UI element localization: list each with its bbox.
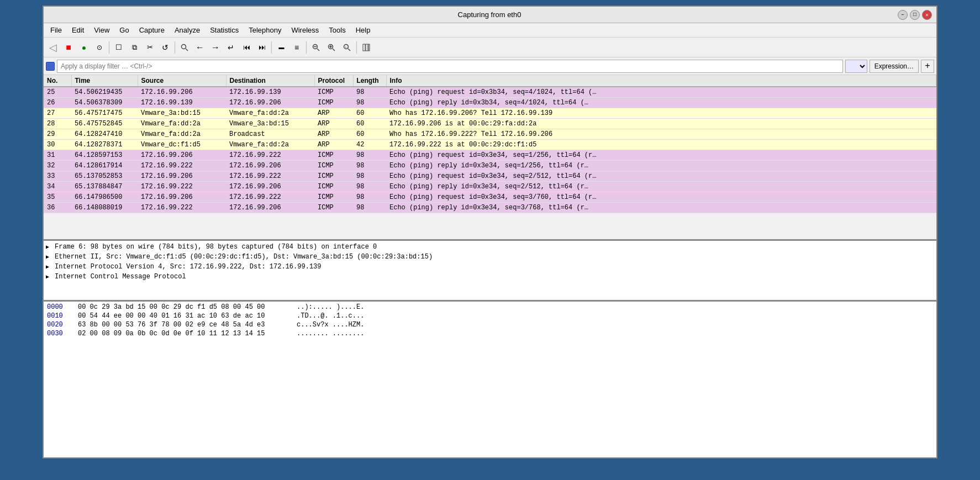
toolbar-copy-btn[interactable]: ⧉ <box>127 40 141 55</box>
close-button[interactable]: ✕ <box>922 10 932 20</box>
hex-row: 0000 00 0c 29 3a bd 15 00 0c 29 dc f1 d5… <box>44 303 936 312</box>
col-length[interactable]: Length <box>353 75 386 87</box>
hex-row: 0030 02 00 08 09 0a 0b 0c 0d 0e 0f 10 11… <box>44 329 936 338</box>
cell-proto: ICMP <box>314 192 353 203</box>
packet-list[interactable]: No. Time Source Destination Protocol Len… <box>44 75 936 241</box>
cell-len: 60 <box>353 108 386 119</box>
menu-wireless[interactable]: Wireless <box>287 25 323 35</box>
cell-len: 60 <box>353 119 386 129</box>
toolbar-zoom-100-btn[interactable]: +− <box>340 40 354 55</box>
menu-go[interactable]: Go <box>115 25 133 35</box>
add-filter-button[interactable]: + <box>921 60 934 73</box>
hex-dump: 0000 00 0c 29 3a bd 15 00 0c 29 dc f1 d5… <box>44 302 936 457</box>
cell-no: 29 <box>44 129 71 140</box>
cell-src: 172.16.99.139 <box>138 98 226 108</box>
cell-len: 98 <box>353 98 386 108</box>
minimize-button[interactable]: – <box>898 10 908 20</box>
table-row[interactable]: 28 56.475752845 Vmware_fa:dd:2a Vmware_3… <box>44 119 936 129</box>
toolbar-back-btn[interactable]: ◁ <box>46 40 60 55</box>
toolbar-clear-btn[interactable]: ☐ <box>112 40 126 55</box>
menu-file[interactable]: File <box>46 25 66 35</box>
detail-text: Internet Control Message Protocol <box>55 273 186 281</box>
toolbar-prev-btn[interactable]: ← <box>193 40 207 55</box>
menu-capture[interactable]: Capture <box>135 25 169 35</box>
cell-time: 54.506378309 <box>71 98 138 108</box>
hex-ascii: c...Sv?x ....HZM. <box>297 321 364 329</box>
toolbar-find-btn[interactable] <box>177 40 192 55</box>
menu-help[interactable]: Help <box>351 25 375 35</box>
cell-info: 172.16.99.206 is at 00:0c:29:fa:dd:2a <box>386 119 936 129</box>
cell-proto: ICMP <box>314 87 353 98</box>
cell-dst: 172.16.99.139 <box>226 87 314 98</box>
toolbar-columns-btn[interactable] <box>359 40 373 55</box>
toolbar-cut-btn[interactable]: ✂ <box>143 40 157 55</box>
packet-detail: ▶Frame 6: 98 bytes on wire (784 bits), 9… <box>44 241 936 302</box>
cell-src: 172.16.99.206 <box>138 192 226 203</box>
detail-row[interactable]: ▶Ethernet II, Src: Vmware_dc:f1:d5 (00:0… <box>44 252 936 262</box>
col-no[interactable]: No. <box>44 75 71 87</box>
toolbar-colorize-btn[interactable]: ▬ <box>274 40 288 55</box>
toolbar-start-btn[interactable]: ● <box>77 40 91 55</box>
cell-time: 66.148088019 <box>71 203 138 213</box>
col-time[interactable]: Time <box>71 75 138 87</box>
toolbar-reload-btn[interactable]: ↺ <box>158 40 172 55</box>
svg-rect-12 <box>363 44 365 51</box>
toolbar-first-btn[interactable]: ⏮ <box>239 40 254 55</box>
hex-row: 0010 00 54 44 ee 00 00 40 01 16 31 ac 10… <box>44 312 936 320</box>
cell-no: 27 <box>44 108 71 119</box>
col-source[interactable]: Source <box>138 75 226 87</box>
menu-analyze[interactable]: Analyze <box>170 25 204 35</box>
cell-len: 98 <box>353 150 386 161</box>
menu-view[interactable]: View <box>89 25 114 35</box>
cell-time: 64.128597153 <box>71 150 138 161</box>
cell-dst: 172.16.99.206 <box>226 182 314 192</box>
toolbar-jump-btn[interactable]: ↵ <box>224 40 238 55</box>
table-row[interactable]: 25 54.506219435 172.16.99.206 172.16.99.… <box>44 87 936 98</box>
cell-len: 98 <box>353 182 386 192</box>
hex-bytes: 63 8b 00 00 53 76 3f 78 00 02 e9 ce 48 5… <box>78 321 288 329</box>
cell-dst: Vmware_fa:dd:2a <box>226 108 314 119</box>
cell-no: 25 <box>44 87 71 98</box>
table-row[interactable]: 33 65.137052853 172.16.99.206 172.16.99.… <box>44 171 936 182</box>
cell-src: 172.16.99.222 <box>138 203 226 213</box>
cell-info: Echo (ping) reply id=0x3e34, seq=2/512, … <box>386 182 936 192</box>
toolbar-zoom-in-btn[interactable] <box>324 40 339 55</box>
filter-bar: Expression… + <box>44 57 936 75</box>
table-row[interactable]: 31 64.128597153 172.16.99.206 172.16.99.… <box>44 150 936 161</box>
table-row[interactable]: 30 64.128278371 Vmware_dc:f1:d5 Vmware_f… <box>44 140 936 150</box>
col-protocol[interactable]: Protocol <box>314 75 353 87</box>
cell-time: 56.475752845 <box>71 119 138 129</box>
table-row[interactable]: 34 65.137884847 172.16.99.222 172.16.99.… <box>44 182 936 192</box>
col-destination[interactable]: Destination <box>226 75 314 87</box>
col-info[interactable]: Info <box>386 75 936 87</box>
maximize-button[interactable]: □ <box>910 10 920 20</box>
table-row[interactable]: 29 64.128247410 Vmware_fa:dd:2a Broadcas… <box>44 129 936 140</box>
title-bar: Capturing from eth0 – □ ✕ <box>44 7 936 23</box>
menu-tools[interactable]: Tools <box>324 25 350 35</box>
detail-row[interactable]: ▶Frame 6: 98 bytes on wire (784 bits), 9… <box>44 242 936 252</box>
detail-row[interactable]: ▶Internet Control Message Protocol <box>44 272 936 282</box>
table-row[interactable]: 36 66.148088019 172.16.99.222 172.16.99.… <box>44 203 936 213</box>
cell-dst: 172.16.99.222 <box>226 171 314 182</box>
toolbar-zoom-out-btn[interactable] <box>309 40 323 55</box>
toolbar-stop-btn[interactable]: ■ <box>61 40 76 55</box>
table-row[interactable]: 27 56.475717475 Vmware_3a:bd:15 Vmware_f… <box>44 108 936 119</box>
toolbar-color-rules-btn[interactable]: ≡ <box>289 40 304 55</box>
toolbar-next-btn[interactable]: → <box>208 40 223 55</box>
table-row[interactable]: 32 64.128617914 172.16.99.222 172.16.99.… <box>44 161 936 171</box>
toolbar-last-btn[interactable]: ⏭ <box>255 40 269 55</box>
cell-info: Echo (ping) request id=0x3e34, seq=1/256… <box>386 150 936 161</box>
toolbar-sep-2 <box>175 41 175 54</box>
table-row[interactable]: 35 66.147986500 172.16.99.206 172.16.99.… <box>44 192 936 203</box>
hex-offset: 0000 <box>47 303 69 311</box>
table-row[interactable]: 26 54.506378309 172.16.99.139 172.16.99.… <box>44 98 936 108</box>
menu-edit[interactable]: Edit <box>67 25 88 35</box>
detail-row[interactable]: ▶Internet Protocol Version 4, Src: 172.1… <box>44 262 936 272</box>
expression-button[interactable]: Expression… <box>870 60 919 73</box>
toolbar-autoscroll-btn[interactable]: ⊙ <box>92 40 107 55</box>
cell-info: Echo (ping) request id=0x3e34, seq=2/512… <box>386 171 936 182</box>
filter-dropdown[interactable] <box>845 60 867 73</box>
filter-input[interactable] <box>57 60 843 73</box>
menu-telephony[interactable]: Telephony <box>244 25 286 35</box>
menu-statistics[interactable]: Statistics <box>206 25 243 35</box>
